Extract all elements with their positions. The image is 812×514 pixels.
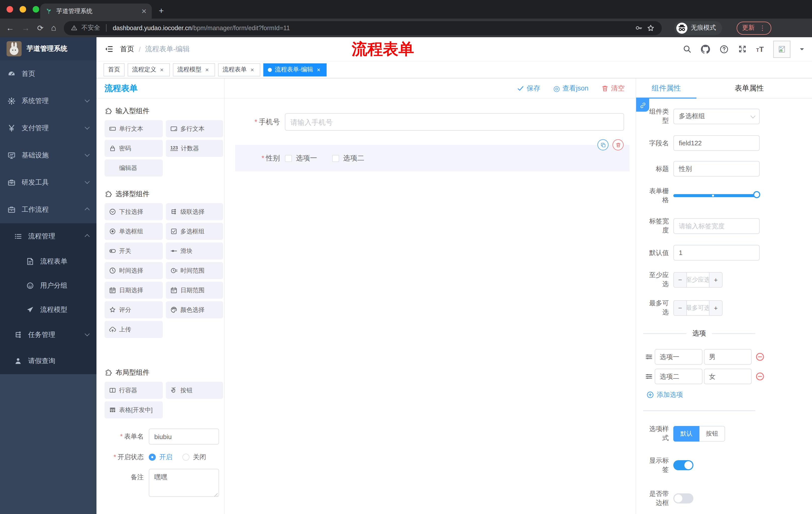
back-icon[interactable]: ← (6, 24, 14, 32)
sidebar-item-workflow[interactable]: 工作流程 (0, 196, 96, 223)
sidebar-item-process-model[interactable]: 流程模型 (0, 298, 96, 322)
component-tile-multi-text[interactable]: 多行文本 (166, 120, 223, 137)
component-tile-counter[interactable]: 123计数器 (166, 140, 223, 157)
sidebar-item-infra[interactable]: 基础设施 (0, 142, 96, 169)
component-tile-table[interactable]: 表格[开发中] (105, 401, 163, 418)
link-tab[interactable] (636, 99, 649, 112)
field-name-input[interactable] (673, 135, 760, 151)
url-text[interactable]: dashboard.yudao.iocoder.cn/bpm/manager/f… (113, 24, 290, 31)
tab-form-props[interactable]: 表单属性 (719, 78, 779, 98)
default-value-input[interactable] (673, 245, 760, 261)
component-tile-checkbox-group[interactable]: 多选框组 (166, 223, 223, 240)
forward-icon[interactable]: → (22, 24, 30, 32)
component-tile-color-picker[interactable]: 颜色选择 (166, 301, 223, 318)
update-browser-button[interactable]: 更新 ⋮ (736, 21, 771, 34)
search-icon[interactable] (683, 45, 691, 53)
canvas-field-gender-selected[interactable]: 性别 选项一 选项二 (235, 145, 630, 171)
status-off-label[interactable]: 关闭 (193, 453, 206, 462)
font-size-icon[interactable]: TT (756, 45, 764, 53)
drag-handle-icon[interactable] (645, 353, 653, 360)
component-tile-date-picker[interactable]: 日期选择 (105, 282, 163, 299)
sidebar-item-home[interactable]: 首页 (0, 60, 96, 87)
component-tile-upload[interactable]: 上传 (105, 321, 163, 338)
new-tab-button[interactable]: + (159, 6, 164, 16)
close-icon[interactable] (249, 66, 256, 73)
min-select-value[interactable]: 至少应选 (687, 272, 709, 287)
address-bar[interactable]: 不安全 dashboard.yudao.iocoder.cn/bpm/manag… (64, 21, 662, 35)
browser-tab[interactable]: 芋道管理系统 ✕ (40, 3, 152, 19)
sidebar-item-payment[interactable]: 支付管理 (0, 115, 96, 142)
component-tile-password[interactable]: 密码 (105, 140, 163, 157)
component-tile-time-picker[interactable]: 时间选择 (105, 262, 163, 279)
max-select-value[interactable]: 最多可选 (687, 300, 709, 315)
avatar[interactable] (773, 40, 790, 58)
sidebar-item-process-form[interactable]: 流程表单 (0, 249, 96, 274)
minimize-window-button[interactable] (20, 6, 26, 12)
decrease-button[interactable]: − (674, 272, 687, 287)
tag-process-definition[interactable]: 流程定义 (127, 63, 170, 76)
style-default-button[interactable]: 默认 (673, 426, 699, 441)
grid-slider[interactable] (673, 194, 756, 197)
component-type-select[interactable]: 多选框组 (673, 108, 760, 124)
option-label-input[interactable] (655, 369, 702, 384)
increase-button[interactable]: + (709, 300, 722, 315)
option-value-input[interactable] (704, 349, 752, 364)
component-tile-rate[interactable]: 评分 (105, 301, 163, 318)
component-tile-dropdown[interactable]: 下拉选择 (105, 203, 163, 220)
remove-option-icon[interactable] (756, 372, 764, 381)
title-input[interactable] (673, 161, 760, 177)
close-window-button[interactable] (6, 6, 13, 12)
component-tile-editor[interactable]: 编辑器 (105, 159, 163, 177)
github-icon[interactable] (701, 45, 710, 54)
insecure-label[interactable]: 不安全 (81, 24, 100, 32)
phone-input[interactable] (285, 113, 624, 131)
component-tile-row-container[interactable]: 行容器 (105, 382, 163, 399)
sidebar-item-task-mgmt[interactable]: 任务管理 (0, 322, 96, 348)
show-label-toggle[interactable] (673, 460, 693, 470)
component-tile-time-range[interactable]: 时间范围 (166, 262, 223, 279)
home-icon[interactable]: ⌂ (51, 24, 56, 32)
component-tile-switch[interactable]: 开关 (105, 242, 163, 260)
save-button[interactable]: 保存 (517, 84, 540, 93)
password-key-icon[interactable] (635, 24, 643, 32)
decrease-button[interactable]: − (674, 300, 687, 315)
slider-handle[interactable] (753, 191, 760, 198)
component-tile-single-text[interactable]: 单行文本 (105, 120, 163, 137)
style-button-button[interactable]: 按钮 (699, 426, 725, 441)
fullscreen-icon[interactable] (738, 45, 747, 53)
bookmark-star-icon[interactable] (647, 24, 655, 32)
sidebar-item-leave-query[interactable]: 请假查询 (0, 348, 96, 374)
border-toggle[interactable] (673, 493, 693, 504)
view-json-button[interactable]: ◎ 查看json (553, 84, 588, 93)
maximize-window-button[interactable] (33, 6, 39, 12)
tag-home[interactable]: 首页 (104, 63, 125, 76)
gender-option-2[interactable]: 选项二 (332, 154, 364, 163)
drag-handle-icon[interactable] (645, 373, 653, 380)
status-off-radio[interactable] (182, 454, 190, 461)
tag-process-form[interactable]: 流程表单 (218, 63, 260, 76)
browser-menu-icon[interactable]: ⋮ (759, 24, 766, 32)
help-icon[interactable] (719, 45, 728, 54)
breadcrumb-home[interactable]: 首页 (120, 45, 134, 54)
close-tab-icon[interactable]: ✕ (141, 7, 147, 15)
component-tile-button[interactable]: 按钮 (166, 382, 223, 399)
collapse-sidebar-icon[interactable] (105, 45, 113, 53)
avatar-caret-icon[interactable] (800, 48, 804, 52)
reload-icon[interactable]: ⟳ (37, 24, 44, 32)
component-tile-cascader[interactable]: 级联选择 (166, 203, 223, 220)
component-tile-date-range[interactable]: 日期范围 (166, 282, 223, 299)
component-tile-slider[interactable]: 滑块 (166, 242, 223, 260)
checkbox-icon[interactable] (285, 155, 292, 162)
status-on-radio[interactable] (149, 454, 156, 461)
option-label-input[interactable] (655, 349, 702, 364)
add-option-button[interactable]: 添加选项 (636, 390, 812, 399)
checkbox-icon[interactable] (332, 155, 339, 162)
close-icon[interactable] (158, 66, 165, 73)
sidebar-item-process-mgmt[interactable]: 流程管理 (0, 223, 96, 249)
label-width-input[interactable] (673, 218, 760, 234)
sidebar-item-user-group[interactable]: 用户分组 (0, 274, 96, 298)
option-value-input[interactable] (704, 369, 752, 384)
delete-component-button[interactable] (612, 139, 624, 151)
clear-button[interactable]: 清空 (602, 84, 625, 93)
canvas-field-phone[interactable]: 手机号 (225, 113, 636, 131)
